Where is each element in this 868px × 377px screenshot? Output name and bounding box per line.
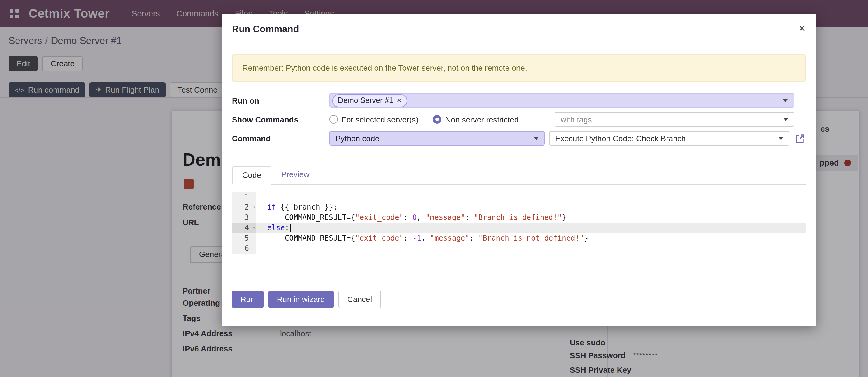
code-editor[interactable]: 12▾if {{ branch }}:3 COMMAND_RESULT={"ex…: [232, 192, 806, 254]
code-line-1[interactable]: 1: [232, 192, 806, 202]
external-link-icon[interactable]: [794, 133, 806, 144]
fold-arrow-icon[interactable]: ▾: [253, 223, 256, 233]
warning-banner: Remember: Python code is executed on the…: [232, 54, 806, 82]
run-on-select[interactable]: Demo Server #1 ✕: [329, 93, 794, 108]
code-line-text[interactable]: if {{ branch }}:: [256, 202, 806, 212]
chevron-down-icon: [534, 137, 539, 140]
radio-non-server-restricted[interactable]: Non server restricted: [433, 115, 519, 124]
code-line-6[interactable]: 6: [232, 243, 806, 254]
chip-remove-icon[interactable]: ✕: [397, 97, 401, 104]
radio-label: For selected server(s): [341, 115, 418, 124]
close-icon[interactable]: ✕: [798, 24, 806, 33]
editor-tabs: Code Preview: [232, 166, 806, 184]
code-line-5[interactable]: 5 COMMAND_RESULT={"exit_code": -1, "mess…: [232, 233, 806, 243]
run-command-modal: Run Command ✕ Remember: Python code is e…: [222, 14, 816, 326]
line-number: 3: [232, 212, 256, 223]
run-on-label: Run on: [232, 96, 329, 105]
tags-select-placeholder: with tags: [561, 115, 592, 124]
screen: Cetmix Tower ServersCommandsFilesToolsSe…: [0, 0, 868, 377]
code-line-2[interactable]: 2▾if {{ branch }}:: [232, 202, 806, 212]
line-number: 1: [232, 192, 256, 202]
line-number: 5: [232, 233, 256, 243]
command-type-value: Python code: [335, 134, 379, 143]
code-line-text[interactable]: COMMAND_RESULT={"exit_code": -1, "messag…: [256, 233, 806, 243]
cancel-button[interactable]: Cancel: [338, 291, 381, 308]
radio-label: Non server restricted: [445, 115, 519, 124]
code-line-4[interactable]: 4▾else:: [232, 223, 806, 233]
code-line-text[interactable]: [256, 243, 806, 254]
show-commands-label: Show Commands: [232, 115, 329, 124]
run-on-row: Run on Demo Server #1 ✕: [232, 93, 806, 108]
fold-arrow-icon[interactable]: ▾: [253, 202, 256, 212]
code-line-text[interactable]: [256, 192, 806, 202]
line-number: 6: [232, 243, 256, 254]
command-row: Command Python code Execute Python Code:…: [232, 131, 806, 146]
text-cursor: [290, 224, 291, 232]
modal-footer: Run Run in wizard Cancel: [232, 291, 806, 308]
radio-for-selected-servers[interactable]: For selected server(s): [329, 115, 418, 124]
run-in-wizard-button[interactable]: Run in wizard: [269, 291, 334, 308]
code-line-text[interactable]: COMMAND_RESULT={"exit_code": 0, "message…: [256, 212, 806, 223]
modal-header: Run Command ✕: [232, 24, 806, 35]
chevron-down-icon: [778, 137, 783, 140]
tags-select[interactable]: with tags: [555, 112, 794, 127]
warning-text: Remember: Python code is executed on the…: [242, 63, 527, 72]
show-commands-row: Show Commands For selected server(s) Non…: [232, 112, 806, 127]
run-button[interactable]: Run: [232, 291, 264, 308]
command-select-value: Execute Python Code: Check Branch: [555, 134, 686, 143]
tab-code[interactable]: Code: [232, 166, 272, 184]
chevron-down-icon: [783, 118, 788, 121]
server-chip[interactable]: Demo Server #1 ✕: [332, 94, 407, 107]
chevron-down-icon: [783, 99, 788, 102]
command-select[interactable]: Execute Python Code: Check Branch: [549, 131, 789, 146]
code-line-3[interactable]: 3 COMMAND_RESULT={"exit_code": 0, "messa…: [232, 212, 806, 223]
server-chip-label: Demo Server #1: [338, 96, 393, 105]
radio-icon-checked: [433, 115, 442, 124]
command-type-select[interactable]: Python code: [329, 131, 545, 146]
tab-preview[interactable]: Preview: [272, 166, 319, 183]
radio-icon-unchecked: [329, 115, 338, 124]
command-label: Command: [232, 134, 329, 143]
modal-title: Run Command: [232, 24, 299, 35]
line-number: 4▾: [232, 223, 256, 233]
show-commands-radios: For selected server(s) Non server restri…: [329, 115, 555, 124]
code-line-text[interactable]: else:: [256, 223, 806, 233]
line-number: 2▾: [232, 202, 256, 212]
